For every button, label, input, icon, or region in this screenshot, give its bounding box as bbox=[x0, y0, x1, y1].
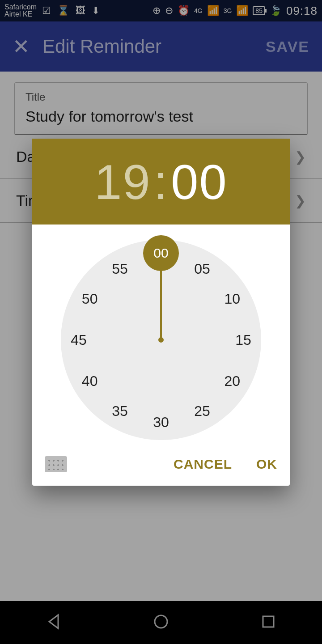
hour-display[interactable]: 19 bbox=[94, 154, 151, 209]
clock-face[interactable]: 00 0510152025303540455055 bbox=[61, 240, 261, 440]
time-picker-dialog: 19:00 00 0510152025303540455055 CANCEL O… bbox=[32, 139, 290, 486]
minute-tick-20[interactable]: 20 bbox=[219, 373, 246, 390]
minute-tick-25[interactable]: 25 bbox=[189, 403, 216, 419]
selected-minute-dot[interactable]: 00 bbox=[143, 235, 179, 271]
minute-tick-50[interactable]: 50 bbox=[76, 291, 103, 307]
dialog-actions: CANCEL OK bbox=[32, 452, 290, 482]
minute-tick-35[interactable]: 35 bbox=[106, 403, 133, 419]
minute-tick-15[interactable]: 15 bbox=[230, 332, 257, 348]
minute-tick-55[interactable]: 55 bbox=[106, 260, 133, 277]
minute-tick-10[interactable]: 10 bbox=[219, 291, 246, 307]
minute-tick-40[interactable]: 40 bbox=[76, 373, 103, 390]
time-picker-header: 19:00 bbox=[32, 139, 290, 225]
minute-tick-05[interactable]: 05 bbox=[189, 260, 216, 277]
ok-button[interactable]: OK bbox=[256, 457, 277, 472]
cancel-button[interactable]: CANCEL bbox=[174, 457, 232, 472]
minute-tick-45[interactable]: 45 bbox=[65, 332, 92, 348]
minute-display[interactable]: 00 bbox=[171, 154, 227, 209]
clock-center-dot bbox=[158, 337, 164, 343]
minute-tick-30[interactable]: 30 bbox=[148, 414, 174, 431]
keyboard-icon[interactable] bbox=[45, 456, 67, 472]
